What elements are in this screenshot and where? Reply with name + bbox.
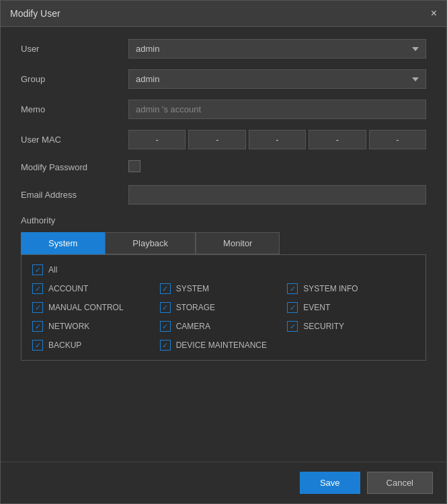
dialog-footer: Save Cancel [1, 462, 446, 503]
tab-playback[interactable]: Playback [105, 232, 196, 254]
password-control [128, 160, 426, 174]
user-control: admin [128, 39, 426, 59]
mac-seg-5[interactable] [369, 130, 426, 149]
perm-manual-control-label: MANUAL CONTROL [48, 303, 124, 312]
memo-row: Memo [21, 100, 426, 119]
perm-system-label: SYSTEM [176, 284, 209, 293]
modify-user-dialog: Modify User × User admin Group admin Mem… [0, 0, 447, 504]
perm-device-maintenance-checkbox[interactable] [160, 340, 171, 351]
mac-seg-4[interactable] [309, 130, 366, 149]
dialog-title-bar: Modify User × [1, 1, 446, 27]
perm-network: NETWORK [32, 321, 160, 332]
save-button[interactable]: Save [300, 472, 360, 494]
mac-seg-2[interactable] [188, 130, 245, 149]
perm-backup-checkbox[interactable] [32, 340, 43, 351]
perm-account: ACCOUNT [32, 283, 160, 294]
perm-network-checkbox[interactable] [32, 321, 43, 332]
perm-system-info: SYSTEM INFO [287, 283, 415, 294]
mac-label: User MAC [21, 135, 128, 145]
perm-system: SYSTEM [160, 283, 288, 294]
all-checkbox[interactable] [32, 264, 43, 275]
all-label: All [48, 265, 57, 275]
group-control: admin [128, 69, 426, 89]
email-row: Email Address [21, 185, 426, 205]
mac-seg-1[interactable] [128, 130, 186, 149]
permissions-grid: ACCOUNT SYSTEM SYSTEM INFO MANUAL CONTRO… [32, 283, 415, 351]
memo-input[interactable] [128, 100, 426, 119]
memo-label: Memo [21, 104, 128, 114]
perm-system-info-checkbox[interactable] [287, 283, 298, 294]
user-select[interactable]: admin [128, 39, 426, 59]
perm-device-maintenance-label: DEVICE MAINTENANCE [176, 340, 267, 350]
perm-empty [287, 340, 415, 351]
close-button[interactable]: × [431, 7, 437, 20]
mac-seg-3[interactable] [249, 130, 306, 149]
perm-storage-checkbox[interactable] [160, 302, 171, 313]
authority-tabs: System Playback Monitor [21, 232, 426, 254]
cancel-button[interactable]: Cancel [367, 472, 433, 494]
email-input[interactable] [128, 185, 426, 205]
perm-system-info-label: SYSTEM INFO [303, 284, 358, 293]
user-label: User [21, 44, 128, 54]
password-row: Modify Password [21, 160, 426, 174]
user-row: User admin [21, 39, 426, 59]
dialog-title: Modify User [10, 8, 60, 19]
perm-account-label: ACCOUNT [48, 284, 88, 293]
mac-control [128, 130, 426, 149]
all-row: All [32, 264, 415, 275]
group-select[interactable]: admin [128, 69, 426, 89]
perm-security-checkbox[interactable] [287, 321, 298, 332]
memo-control [128, 100, 426, 119]
perm-system-checkbox[interactable] [160, 283, 171, 294]
perm-security: SECURITY [287, 321, 415, 332]
modify-password-label: Modify Password [21, 162, 128, 172]
tab-monitor[interactable]: Monitor [196, 232, 280, 254]
perm-backup-label: BACKUP [48, 340, 81, 350]
email-label: Email Address [21, 190, 128, 200]
perm-account-checkbox[interactable] [32, 283, 43, 294]
dialog-body: User admin Group admin Memo [1, 27, 446, 373]
perm-event: EVENT [287, 302, 415, 313]
group-label: Group [21, 74, 128, 84]
email-control [128, 185, 426, 205]
perm-event-checkbox[interactable] [287, 302, 298, 313]
perm-backup: BACKUP [32, 340, 160, 351]
perm-manual-control: MANUAL CONTROL [32, 302, 160, 313]
perm-camera-label: CAMERA [176, 322, 210, 331]
perm-camera-checkbox[interactable] [160, 321, 171, 332]
perm-manual-control-checkbox[interactable] [32, 302, 43, 313]
group-row: Group admin [21, 69, 426, 89]
perm-device-maintenance: DEVICE MAINTENANCE [160, 340, 288, 351]
perm-camera: CAMERA [160, 321, 288, 332]
authority-label: Authority [21, 215, 426, 225]
modify-password-checkbox[interactable] [128, 160, 140, 172]
perm-event-label: EVENT [303, 303, 330, 312]
perm-storage-label: STORAGE [176, 303, 215, 312]
perm-security-label: SECURITY [303, 322, 344, 331]
authority-box: All ACCOUNT SYSTEM SYSTEM INFO [21, 254, 426, 361]
perm-storage: STORAGE [160, 302, 288, 313]
perm-network-label: NETWORK [48, 322, 89, 331]
tab-system[interactable]: System [21, 232, 105, 254]
mac-row-container: User MAC [21, 130, 426, 149]
